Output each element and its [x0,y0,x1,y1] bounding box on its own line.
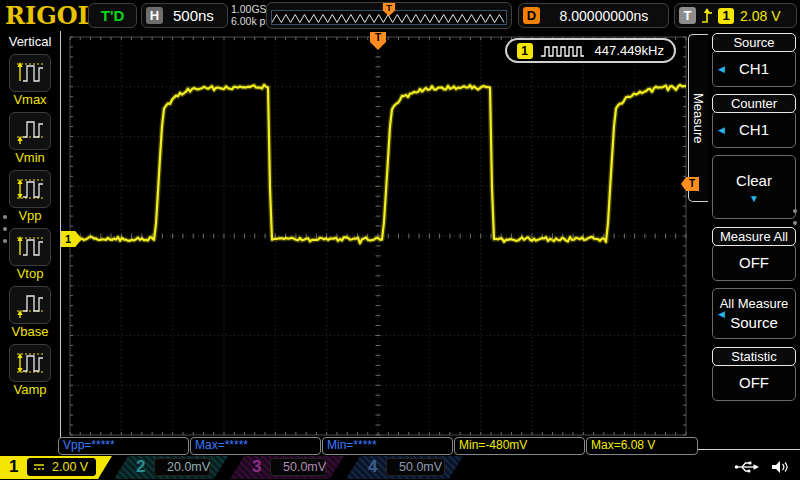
left-menu-title: Vertical [0,31,60,50]
sidebar-item-vbase[interactable]: Vbase [0,286,60,340]
pulse-train-icon [540,44,588,58]
statistic-button[interactable]: OFF [712,364,796,401]
trigger-status-label: T'D [101,7,125,24]
counter-value: 447.449kHz [595,43,664,58]
chevron-left-icon: ◀ [718,64,725,74]
d-label: D [523,7,540,24]
source-group: Source ◀ CH1 [711,33,797,87]
waveform-preview[interactable]: T [266,2,512,29]
measure-all-button[interactable]: OFF [712,244,796,281]
source-button[interactable]: ◀ CH1 [712,50,796,87]
rigol-logo: RIGOL [5,1,94,30]
vtop-icon [9,228,51,266]
vmin-icon [9,112,51,150]
dc-coupling-icon [33,462,45,472]
frequency-counter-badge: 1 447.449kHz [505,38,676,63]
left-menu: Vertical Vmax Vmin [0,31,61,448]
waveform-display: 1 447.449kHz 1 T T [62,31,688,438]
source-header: Source [712,33,796,52]
trigger-source-badge: 1 [718,8,734,24]
t-label: T [679,7,696,24]
offset-value: 8.00000000ns [540,8,668,24]
vmax-icon [9,54,51,92]
h-label: H [146,7,163,24]
measure-all-value: OFF [739,254,769,271]
top-bar: RIGOL T'D H 500ns 1.00GSa/s 6.00k pts T … [0,0,800,31]
measure-all-header: Measure All [712,227,796,246]
channel-scale-box: 50.0mV [386,458,445,476]
measure-all-group: Measure All OFF [711,227,797,281]
all-measure-source-button[interactable]: ◀ All Measure Source [712,288,796,339]
all-measure-value: Source [713,314,795,331]
sidebar-item-label: Vpp [0,208,60,224]
counter-channel-badge: 1 [517,43,533,59]
channel-number: 2 [136,457,145,477]
counter-group: Counter ◀ CH1 [711,94,797,148]
clear-label: Clear [736,172,772,189]
sidebar-item-vamp[interactable]: Vamp [0,344,60,398]
chevron-left-icon: ◀ [718,125,725,135]
channel-1-tab[interactable]: 1 2.00 V [0,456,112,479]
usb-icon [734,459,760,475]
rising-edge-icon [700,7,714,25]
channel-scale: 20.0mV [167,460,210,474]
sidebar-item-label: Vamp [0,382,60,398]
measurement-vpp: Vpp=***** [58,437,189,455]
vbase-icon [9,286,51,324]
all-measure-label: All Measure [713,296,795,311]
channel-bar: 1 2.00 V 2 20.0mV 3 50.0mV 4 [0,456,800,480]
status-icons [734,459,790,475]
sidebar-item-label: Vbase [0,324,60,340]
sidebar-item-vmin[interactable]: Vmin [0,112,60,166]
trigger-level-value: 2.08 V [740,8,780,24]
sidebar-item-vpp[interactable]: Vpp [0,170,60,224]
channel-scale: 50.0mV [283,460,326,474]
chevron-down-icon: ▼ [749,194,759,203]
scroll-indicator [3,207,7,251]
channel-3-tab[interactable]: 3 50.0mV [230,456,344,479]
measure-menu: Measure Source ◀ CH1 Counter ◀ CH1 Clear… [688,31,800,450]
beeper-icon [770,459,790,475]
vpp-icon [9,170,51,208]
statistic-group: Statistic OFF [711,347,797,401]
clear-button[interactable]: Clear ▼ [712,155,796,219]
chevron-left-icon: ◀ [718,309,725,319]
graticule-and-trace [62,31,688,438]
channel-2-tab[interactable]: 2 20.0mV [114,456,228,479]
channel-4-tab[interactable]: 4 50.0mV [346,456,463,479]
measure-tab: Measure [688,34,708,202]
horizontal-timebase-box[interactable]: H 500ns [141,3,228,28]
counter-source-value: CH1 [739,121,769,138]
timebase-value: 500ns [173,7,214,24]
measurement-max-2: Max=6.08 V [586,437,698,455]
vamp-icon [9,344,51,382]
counter-button[interactable]: ◀ CH1 [712,111,796,148]
channel-number: 3 [252,457,261,477]
counter-header: Counter [712,94,796,113]
measurement-min-1: Min=***** [322,437,453,455]
statistic-value: OFF [739,374,769,391]
trigger-status-box: T'D [88,3,137,28]
sidebar-item-vmax[interactable]: Vmax [0,54,60,108]
channel-number: 1 [9,457,18,477]
measurement-min-2: Min=-480mV [454,437,585,455]
measurement-max-1: Max=***** [190,437,321,455]
sidebar-item-label: Vmax [0,92,60,108]
source-value: CH1 [739,60,769,77]
channel-scale-box: 20.0mV [154,458,210,476]
trigger-info-box: T 1 2.08 V [674,3,797,28]
channel-scale: 2.00 V [52,460,88,474]
channel-scale: 50.0mV [399,460,442,474]
statistic-header: Statistic [712,347,796,366]
channel-scale-box: 50.0mV [270,458,326,476]
channel-scale-box: 2.00 V [27,458,96,476]
measurement-bar: Vpp=***** Max=***** Min=***** Min=-480mV… [58,437,699,455]
sidebar-item-vtop[interactable]: Vtop [0,228,60,282]
sidebar-item-label: Vmin [0,150,60,166]
horizontal-offset-box: D 8.00000000ns [518,3,669,28]
sidebar-item-label: Vtop [0,266,60,282]
channel-number: 4 [368,457,377,477]
